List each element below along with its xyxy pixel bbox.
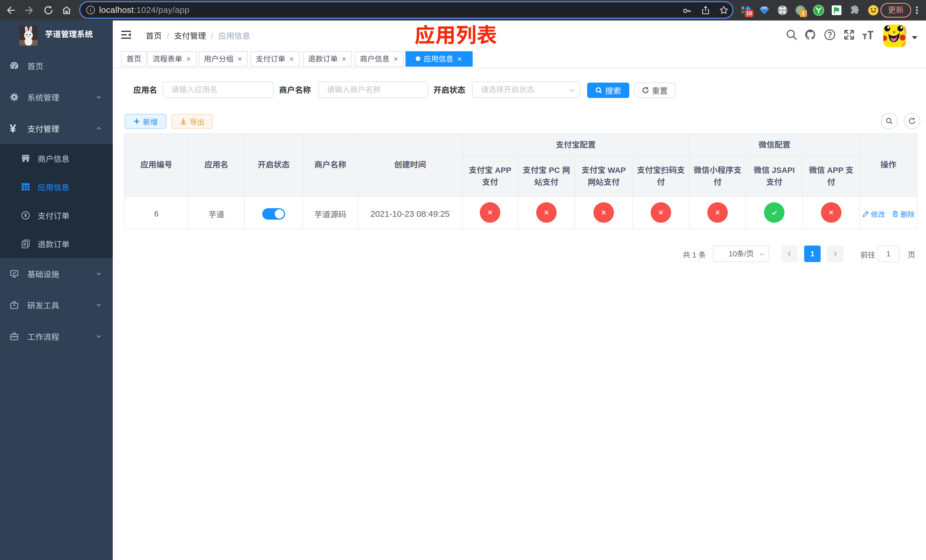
svg-text:¥: ¥ [24, 212, 27, 218]
